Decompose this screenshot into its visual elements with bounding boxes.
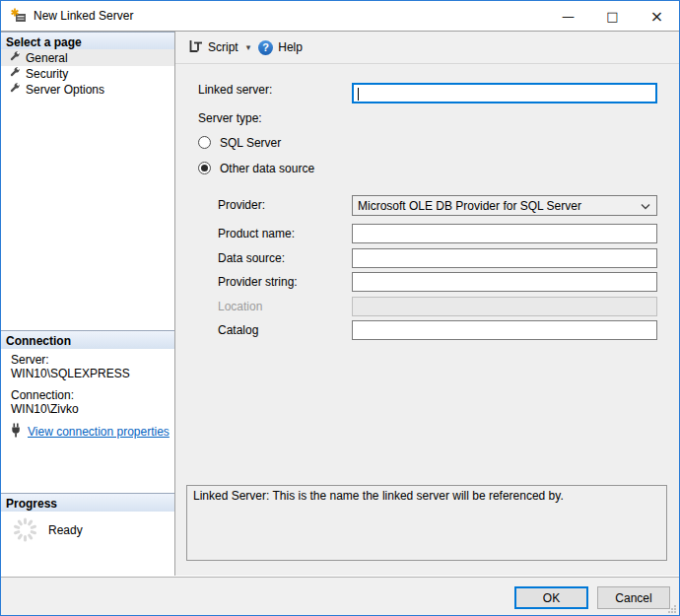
sidebar-item-label: Security xyxy=(26,67,68,81)
server-value: WIN10\SQLEXPRESS xyxy=(11,367,130,380)
sidebar-item-general[interactable]: General xyxy=(1,49,174,66)
chevron-down-icon xyxy=(641,199,650,213)
product-name-label: Product name: xyxy=(218,227,295,240)
radio-other-data-source[interactable] xyxy=(198,162,211,174)
script-button[interactable]: Script xyxy=(182,34,244,60)
server-type-label: Server type: xyxy=(198,111,262,125)
sidebar-item-server-options[interactable]: Server Options xyxy=(1,81,174,98)
location-input xyxy=(352,297,657,316)
catalog-input[interactable] xyxy=(352,320,657,340)
catalog-label: Catalog xyxy=(218,323,258,337)
progress-header: Progress xyxy=(1,493,174,512)
provider-selected-value: Microsoft OLE DB Provider for SQL Server xyxy=(358,199,581,213)
help-button-label: Help xyxy=(278,40,303,54)
wrench-icon xyxy=(9,82,21,97)
sidebar-item-label: General xyxy=(26,51,68,65)
wrench-icon xyxy=(9,50,21,65)
minimize-button[interactable]: — xyxy=(546,1,590,31)
new-server-icon xyxy=(11,8,27,24)
sidebar-item-label: Server Options xyxy=(26,83,104,97)
data-source-input[interactable] xyxy=(352,248,657,268)
product-name-input[interactable] xyxy=(352,224,657,243)
title-bar[interactable]: New Linked Server — □ × xyxy=(1,1,679,32)
provider-select[interactable]: Microsoft OLE DB Provider for SQL Server xyxy=(352,195,657,216)
resize-grip[interactable] xyxy=(667,603,677,613)
sidebar-item-security[interactable]: Security xyxy=(1,65,174,82)
new-linked-server-dialog: New Linked Server — □ × Script ▾ ? Help xyxy=(0,0,680,616)
wrench-icon xyxy=(9,66,21,81)
select-a-page-header: Select a page xyxy=(1,32,174,50)
field-description-box: Linked Server: This is the name the link… xyxy=(186,485,667,561)
script-button-label: Script xyxy=(208,40,238,54)
connection-properties-icon xyxy=(10,423,24,441)
help-button[interactable]: ? Help xyxy=(252,36,308,59)
progress-status: Ready xyxy=(48,523,83,537)
server-label: Server: xyxy=(11,353,49,367)
connection-value: WIN10\Zivko xyxy=(11,402,79,416)
script-icon xyxy=(188,38,203,56)
progress-spinner-icon xyxy=(12,516,38,546)
linked-server-label: Linked server: xyxy=(198,83,272,97)
radio-sql-server-label[interactable]: SQL Server xyxy=(220,136,281,150)
script-dropdown-icon[interactable]: ▾ xyxy=(244,42,253,52)
data-source-label: Data source: xyxy=(218,251,285,265)
provider-string-input[interactable] xyxy=(352,272,657,292)
cancel-button[interactable]: Cancel xyxy=(597,586,670,609)
linked-server-input[interactable] xyxy=(352,83,657,103)
location-label: Location xyxy=(218,300,262,313)
help-icon: ? xyxy=(258,40,273,55)
connection-label: Connection: xyxy=(11,388,74,402)
window-title: New Linked Server xyxy=(34,9,133,23)
maximize-button[interactable]: □ xyxy=(590,1,635,31)
ok-button[interactable]: OK xyxy=(514,586,588,609)
provider-label: Provider: xyxy=(218,198,265,212)
view-connection-properties-link[interactable]: View connection properties xyxy=(28,425,170,439)
radio-other-data-source-label[interactable]: Other data source xyxy=(220,162,314,175)
dialog-toolbar: Script ▾ ? Help xyxy=(175,32,679,64)
provider-string-label: Provider string: xyxy=(218,275,298,289)
radio-sql-server[interactable] xyxy=(198,136,211,149)
text-caret xyxy=(358,88,359,101)
close-button[interactable]: × xyxy=(635,1,679,31)
connection-header: Connection xyxy=(1,330,174,349)
